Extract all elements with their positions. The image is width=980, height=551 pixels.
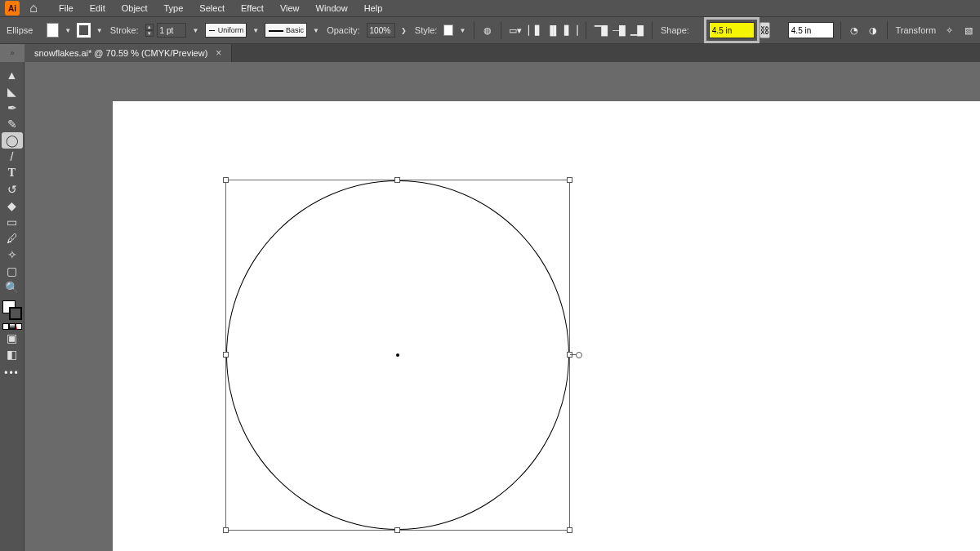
menu-help[interactable]: Help: [358, 1, 390, 16]
symbol-sprayer-tool[interactable]: ✧: [2, 247, 23, 263]
menu-window[interactable]: Window: [310, 1, 354, 16]
rotate-tool[interactable]: ↺: [2, 181, 23, 198]
fill-swatch[interactable]: [47, 23, 60, 38]
document-tab[interactable]: snowflakes.ai* @ 70.59 % (CMYK/Preview) …: [24, 44, 232, 62]
width-icon: ↔: [696, 22, 709, 38]
opacity-dropdown[interactable]: ❯: [400, 23, 408, 38]
artboard[interactable]: [113, 101, 980, 551]
variable-width-profile[interactable]: Uniform: [205, 23, 247, 38]
style-dropdown[interactable]: ▼: [458, 23, 466, 38]
stroke-weight-field[interactable]: 1 pt: [157, 23, 187, 38]
recolor-artwork-icon[interactable]: ◍: [481, 22, 495, 38]
separator: [652, 21, 653, 39]
app-icon: Ai: [5, 1, 20, 16]
shape-label: Shape:: [659, 25, 691, 35]
paintbrush-tool[interactable]: /: [2, 149, 23, 165]
transform-panel-link[interactable]: Transform: [893, 25, 938, 35]
pie-start-icon[interactable]: ◔: [848, 22, 862, 38]
resize-handle-top-left[interactable]: [223, 177, 229, 183]
align-right-icon[interactable]: ▋▕: [563, 22, 579, 38]
close-tab-icon[interactable]: ×: [216, 47, 221, 59]
artboard-tool[interactable]: ▢: [2, 263, 23, 279]
resize-handle-bottom-right[interactable]: [567, 527, 572, 533]
style-label: Style:: [413, 25, 439, 35]
stroke-label: Stroke:: [109, 25, 140, 35]
stroke-weight-dropdown[interactable]: ▼: [191, 23, 199, 38]
resize-handle-bottom-center[interactable]: [394, 527, 400, 533]
gradient-tool[interactable]: ▭: [2, 214, 23, 230]
separator: [474, 21, 474, 39]
direct-selection-tool[interactable]: ◣: [2, 83, 23, 100]
fill-stroke-control[interactable]: [2, 300, 22, 320]
width-field-group: ↔ 4.5 in: [696, 22, 755, 38]
color-mode-row[interactable]: \: [2, 323, 22, 330]
align-to-dropdown[interactable]: ▭▾: [508, 22, 522, 38]
menu-edit[interactable]: Edit: [83, 1, 112, 16]
brush-dropdown[interactable]: ▼: [312, 23, 320, 38]
shape-height-field[interactable]: 4.5 in: [788, 22, 834, 38]
center-point-icon: [396, 353, 399, 357]
align-vcenter-icon[interactable]: ─█: [611, 22, 627, 38]
pen-tool[interactable]: ✒: [2, 100, 23, 116]
separator: [586, 21, 586, 39]
control-bar: Ellipse ▼ ▼ Stroke: ▲▼ 1 pt ▼ Uniform ▼ …: [0, 16, 980, 44]
arrange-documents-icon[interactable]: »: [0, 44, 24, 62]
height-icon: ↕: [775, 22, 788, 38]
shape-builder-tool[interactable]: ◆: [2, 198, 23, 214]
tools-panel: ▲ ◣ ✒ ✎ ◯ / T ↺ ◆ ▭ 🖊 ✧ ▢ 🔍 \ ▣ ◧ •••: [0, 62, 24, 551]
zoom-tool[interactable]: 🔍: [2, 279, 23, 295]
menu-object[interactable]: Object: [115, 1, 154, 16]
menu-effect[interactable]: Effect: [234, 1, 270, 16]
stroke-dropdown[interactable]: ▼: [96, 23, 104, 38]
selection-bounding-box[interactable]: [225, 180, 570, 531]
stroke-color-icon[interactable]: [9, 307, 22, 320]
separator: [840, 21, 841, 39]
menu-type[interactable]: Type: [158, 1, 190, 16]
shape-width-field[interactable]: 4.5 in: [709, 22, 755, 38]
opacity-field[interactable]: 100%: [367, 23, 395, 38]
selection-tool[interactable]: ▲: [2, 67, 23, 83]
align-top-icon[interactable]: ▔█: [593, 22, 609, 38]
eyedropper-tool[interactable]: 🖊: [2, 230, 23, 247]
graphic-style-swatch[interactable]: [443, 24, 453, 36]
brush-definition[interactable]: Basic: [265, 23, 307, 38]
edit-toolbar-icon[interactable]: •••: [4, 362, 20, 384]
draw-mode-icon[interactable]: ◧: [2, 346, 23, 362]
menu-view[interactable]: View: [274, 1, 306, 16]
height-field-group: ↕ 4.5 in: [775, 22, 834, 38]
separator: [501, 21, 501, 39]
main-menu-bar: Ai ⌂ File Edit Object Type Select Effect…: [0, 0, 980, 16]
document-tab-strip: » snowflakes.ai* @ 70.59 % (CMYK/Preview…: [0, 44, 980, 62]
fill-dropdown[interactable]: ▼: [64, 23, 72, 38]
opacity-label: Opacity:: [325, 25, 361, 35]
ellipse-tool[interactable]: ◯: [2, 132, 23, 149]
profile-dropdown[interactable]: ▼: [252, 23, 260, 38]
constrain-proportions-icon[interactable]: ⛓: [760, 22, 770, 38]
resize-handle-top-center[interactable]: [394, 177, 400, 183]
isolate-icon[interactable]: ✧: [942, 22, 956, 38]
stroke-weight-spinner[interactable]: ▲▼: [145, 24, 154, 37]
document-tab-title: snowflakes.ai* @ 70.59 % (CMYK/Preview): [34, 48, 207, 58]
extra-icon[interactable]: ▧: [961, 22, 975, 38]
home-icon[interactable]: ⌂: [26, 1, 41, 16]
work-area: ▲ ◣ ✒ ✎ ◯ / T ↺ ◆ ▭ 🖊 ✧ ▢ 🔍 \ ▣ ◧ •••: [0, 62, 980, 551]
resize-handle-bottom-left[interactable]: [223, 527, 229, 533]
resize-handle-middle-left[interactable]: [223, 352, 229, 358]
active-tool-label: Ellipse: [5, 25, 42, 35]
type-tool[interactable]: T: [2, 165, 23, 181]
vertical-align-group: ▔█ ─█ ▁█: [593, 22, 645, 38]
horizontal-align-group: ▏▋ ▐▌ ▋▕: [527, 22, 579, 38]
stroke-swatch[interactable]: [77, 23, 90, 38]
menu-file[interactable]: File: [52, 1, 80, 16]
screen-mode-icon[interactable]: ▣: [2, 330, 23, 346]
resize-handle-top-right[interactable]: [567, 177, 572, 183]
align-hcenter-icon[interactable]: ▐▌: [545, 22, 561, 38]
align-left-icon[interactable]: ▏▋: [527, 22, 543, 38]
pie-end-icon[interactable]: ◑: [866, 22, 880, 38]
align-bottom-icon[interactable]: ▁█: [629, 22, 645, 38]
menu-select[interactable]: Select: [193, 1, 231, 16]
curvature-tool[interactable]: ✎: [2, 116, 23, 132]
pie-widget-icon[interactable]: [576, 352, 582, 358]
separator: [887, 21, 888, 39]
canvas[interactable]: [24, 62, 980, 551]
